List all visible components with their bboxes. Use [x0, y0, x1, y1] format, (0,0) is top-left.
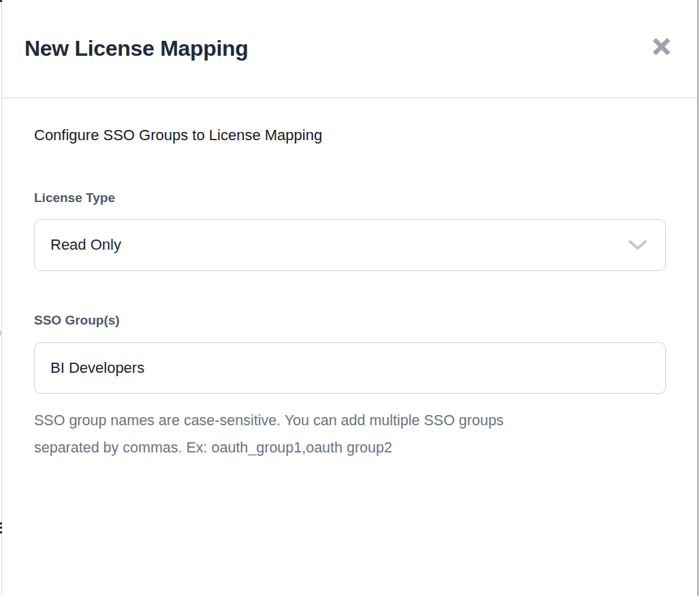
dialog-description: Configure SSO Groups to License Mapping [34, 127, 322, 144]
license-type-label: License Type [34, 191, 115, 205]
sso-groups-help-line: separated by commas. Ex: oauth_group1,oa… [34, 434, 620, 461]
sso-groups-label: SSO Group(s) [34, 313, 120, 328]
panel-right-edge [697, 0, 699, 596]
background-page-artifact [0, 531, 2, 533]
close-button[interactable] [645, 30, 678, 63]
new-license-mapping-dialog: New License Mapping Configure SSO Groups… [2, 0, 697, 596]
license-type-selected-value: Read Only [50, 236, 121, 254]
dialog-title: New License Mapping [25, 36, 249, 61]
sso-groups-help: SSO group names are case-sensitive. You … [34, 407, 620, 461]
x-icon [651, 36, 672, 57]
sso-groups-help-line: SSO group names are case-sensitive. You … [34, 407, 620, 434]
background-page-artifact [0, 331, 1, 335]
license-type-select[interactable]: Read Only [34, 219, 666, 271]
header-divider [2, 97, 697, 99]
panel-left-edge [1, 0, 2, 596]
screen: New License Mapping Configure SSO Groups… [0, 0, 700, 596]
chevron-down-icon [628, 239, 648, 251]
background-page-artifact [0, 0, 2, 2]
background-page-artifact [0, 527, 2, 529]
background-page-artifact [0, 523, 2, 525]
sso-groups-input[interactable] [34, 342, 666, 394]
